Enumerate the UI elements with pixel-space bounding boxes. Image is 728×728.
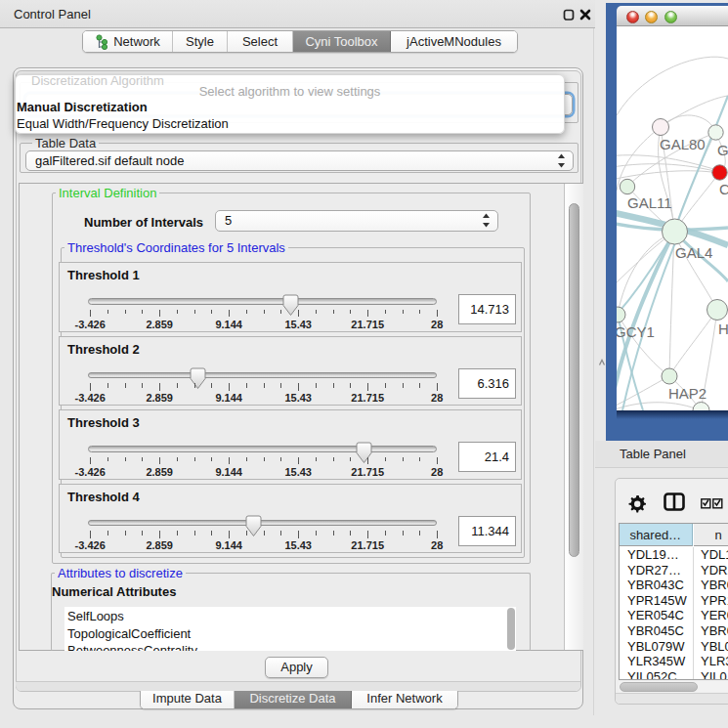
svg-text:GAL80: GAL80: [660, 136, 706, 152]
svg-text:GCY1: GCY1: [617, 323, 655, 340]
svg-text:GAL4: GAL4: [675, 244, 712, 261]
svg-text:C: C: [719, 181, 728, 197]
svg-text:H: H: [718, 321, 728, 337]
svg-text:G: G: [717, 142, 728, 158]
svg-text:GAL11: GAL11: [627, 194, 672, 211]
svg-text:HAP2: HAP2: [668, 385, 707, 402]
